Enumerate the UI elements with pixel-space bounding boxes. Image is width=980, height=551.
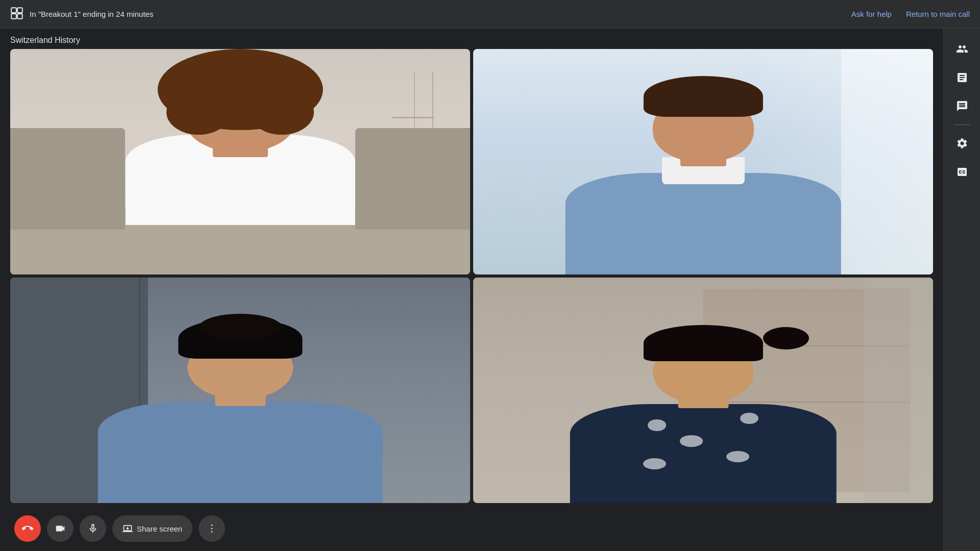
top-bar-actions: Ask for help Return to main call bbox=[851, 10, 970, 18]
video-tile-3 bbox=[10, 278, 470, 503]
svg-rect-3 bbox=[17, 14, 22, 19]
video-tile-1 bbox=[10, 49, 470, 274]
svg-rect-1 bbox=[17, 8, 22, 13]
sidebar-settings-button[interactable] bbox=[950, 131, 974, 156]
microphone-button[interactable] bbox=[80, 515, 106, 542]
svg-rect-2 bbox=[11, 14, 16, 19]
chat-icon bbox=[956, 100, 968, 112]
share-screen-button[interactable]: Share screen bbox=[112, 515, 192, 542]
svg-point-6 bbox=[211, 531, 213, 533]
svg-point-4 bbox=[211, 524, 213, 526]
return-to-main-button[interactable]: Return to main call bbox=[906, 10, 970, 18]
breakout-status-text: In "Breakout 1" ending in 24 minutes bbox=[30, 10, 851, 18]
microphone-icon bbox=[87, 523, 99, 534]
breakout-room-icon bbox=[10, 7, 23, 22]
end-call-button[interactable] bbox=[14, 515, 41, 542]
sidebar-notes-button[interactable] bbox=[950, 65, 974, 90]
main-area: Switzerland History bbox=[0, 29, 980, 551]
people-icon bbox=[956, 43, 968, 55]
video-tile-2 bbox=[473, 49, 933, 274]
settings-icon bbox=[956, 137, 968, 149]
content-area: Switzerland History bbox=[0, 29, 943, 551]
ask-for-help-button[interactable]: Ask for help bbox=[851, 10, 892, 18]
more-options-button[interactable] bbox=[199, 515, 225, 542]
control-bar: Share screen bbox=[0, 506, 943, 551]
meeting-title: Switzerland History bbox=[0, 29, 943, 49]
captions-icon bbox=[956, 166, 968, 178]
video-tile-4 bbox=[473, 278, 933, 503]
sidebar-divider bbox=[954, 124, 970, 125]
svg-rect-0 bbox=[11, 8, 16, 13]
top-bar: In "Breakout 1" ending in 24 minutes Ask… bbox=[0, 0, 980, 29]
grid-icon bbox=[10, 7, 23, 20]
sidebar-captions-button[interactable] bbox=[950, 160, 974, 184]
camera-button[interactable] bbox=[47, 515, 74, 542]
sidebar-people-button[interactable] bbox=[950, 37, 974, 61]
end-call-icon bbox=[22, 523, 33, 534]
sidebar-chat-button[interactable] bbox=[950, 94, 974, 118]
share-screen-label: Share screen bbox=[137, 524, 182, 533]
more-options-icon bbox=[206, 523, 217, 534]
camera-icon bbox=[55, 523, 66, 534]
svg-point-5 bbox=[211, 528, 213, 530]
video-grid bbox=[0, 49, 943, 506]
share-screen-icon bbox=[122, 523, 133, 534]
notes-icon bbox=[956, 71, 968, 84]
right-sidebar bbox=[943, 29, 980, 551]
